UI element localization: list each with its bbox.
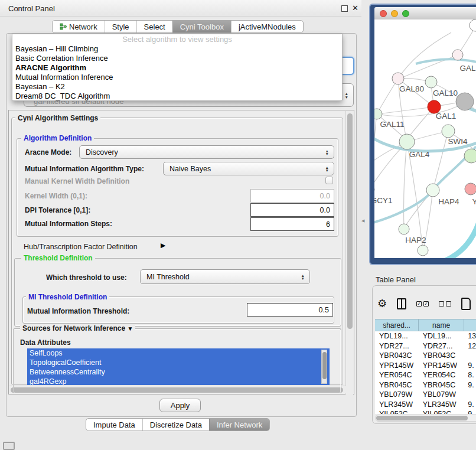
apply-button[interactable]: Apply [159, 399, 201, 412]
network-edge[interactable] [378, 107, 434, 114]
network-node-GAL10[interactable] [425, 76, 437, 88]
tab-select[interactable]: Select [136, 21, 172, 32]
tab-jactivemnodules[interactable]: jActiveMNodules [231, 21, 303, 32]
close-traffic-light-icon[interactable] [380, 10, 387, 17]
table-cell[interactable]: YBL079W [419, 390, 464, 400]
attribute-list-item[interactable]: TopologicalCoefficient [27, 358, 330, 367]
minimize-traffic-light-icon[interactable] [391, 10, 398, 17]
data-attributes-list[interactable]: SelfLoopsTopologicalCoefficientBetweenne… [27, 348, 330, 385]
kernel-width-field[interactable]: 0.0 [250, 189, 334, 203]
network-node-pink-right[interactable] [465, 183, 476, 195]
algorithm-popup-item[interactable]: ARACNE Algorithm [12, 63, 342, 73]
tab-discretize-data[interactable]: Discretize Data [142, 419, 209, 431]
table-cell[interactable]: YIL052C [375, 409, 419, 414]
network-node-HAP2[interactable] [399, 224, 409, 234]
settings-vertical-scrollbar[interactable] [345, 111, 353, 394]
network-edge[interactable] [374, 119, 376, 190]
table-column-header[interactable] [464, 319, 476, 331]
mi-threshold-field[interactable]: 0.5 [247, 303, 333, 317]
network-node-HAP4[interactable] [426, 184, 439, 197]
tab-network[interactable]: Network [53, 21, 105, 32]
network-node-GAL80[interactable] [392, 73, 404, 84]
table-cell[interactable] [464, 351, 476, 361]
table-cell[interactable]: YBR045C [419, 380, 464, 390]
table-row[interactable]: YPR145WYPR145W9. [375, 361, 476, 371]
table-cell[interactable]: YBR043C [419, 351, 464, 361]
table-cell[interactable]: 9. [464, 380, 476, 390]
aracne-mode-combobox[interactable]: Discovery ▲▼ [79, 145, 334, 159]
attribute-list-item[interactable]: BetweennessCentrality [27, 367, 330, 377]
table-cell[interactable]: YDL19... [419, 331, 464, 341]
table-cell[interactable]: YBL079W [375, 390, 419, 400]
network-node-GAL4[interactable] [399, 134, 415, 149]
close-icon[interactable]: ✕ [352, 4, 358, 12]
algorithm-popup-item[interactable]: Basic Correlation Inference [12, 54, 342, 63]
network-edge[interactable] [374, 146, 403, 190]
table-cell[interactable]: YPR145W [419, 361, 464, 371]
table-cell[interactable]: YDR27... [375, 341, 419, 351]
tab-infer-network[interactable]: Infer Network [209, 419, 269, 431]
tab-style[interactable]: Style [105, 21, 136, 32]
which-threshold-combobox[interactable]: MI Threshold ▲▼ [140, 269, 310, 284]
network-edge[interactable] [404, 142, 407, 229]
table-cell[interactable]: YLR345W [375, 400, 419, 410]
network-node-gal-cut[interactable] [452, 50, 463, 60]
table-row[interactable]: YDR27...YDR27...12 [375, 341, 476, 351]
scrollbar-thumb[interactable] [347, 113, 353, 329]
minimized-panel-icon[interactable] [3, 442, 15, 450]
columns-icon[interactable] [397, 298, 406, 309]
collapse-arrow-icon[interactable]: ▼ [127, 325, 133, 332]
mi-type-combobox[interactable]: Naive Bayes ▲▼ [163, 162, 334, 175]
table-column-header[interactable]: shared... [375, 319, 419, 331]
table-row[interactable]: YBR043CYBR043C [375, 351, 476, 361]
select-all-icon[interactable]: ✓✓ [416, 301, 429, 306]
table-cell[interactable]: YER054C [375, 370, 419, 380]
algorithm-popup-item[interactable]: Bayesian – Hill Climbing [12, 44, 342, 54]
table-cell[interactable]: YPR145W [375, 361, 419, 371]
network-node-right-green[interactable] [464, 149, 476, 163]
network-node-gray-node[interactable] [456, 93, 474, 110]
table-cell[interactable]: 8. [464, 370, 476, 380]
tab-cyni-toolbox[interactable]: Cyni Toolbox [172, 21, 231, 32]
algorithm-popup-item[interactable]: Dream8 DC_TDC Algorithm [12, 92, 342, 101]
network-window-titlebar[interactable] [374, 7, 476, 19]
panel-collapse-arrow-icon[interactable]: ◀ [361, 219, 364, 223]
table-cell[interactable]: YBR043C [375, 351, 419, 361]
zoom-traffic-light-icon[interactable] [402, 10, 409, 17]
table-cell[interactable]: 12 [464, 341, 476, 351]
table-cell[interactable]: 9. [464, 361, 476, 371]
table-cell[interactable] [464, 390, 476, 400]
table-cell[interactable]: YLR345W [419, 400, 464, 410]
network-node-bottom-node[interactable] [418, 245, 428, 256]
network-node-GAL11[interactable] [374, 109, 382, 119]
table-row[interactable]: YLR345WYLR345W9. [375, 400, 476, 410]
deselect-all-icon[interactable] [439, 301, 451, 306]
list-vertical-scrollbar[interactable] [321, 350, 327, 384]
table-cell[interactable]: YDL19... [375, 331, 419, 341]
table-horizontal-scrollbar[interactable] [375, 415, 476, 422]
table-cell[interactable]: 9 [464, 409, 476, 414]
table-cell[interactable]: YDR27... [419, 341, 464, 351]
algorithm-popup-item[interactable]: Mutual Information Inference [12, 73, 342, 82]
tab-impute-data[interactable]: Impute Data [86, 419, 142, 431]
scrollbar-thumb[interactable] [376, 416, 468, 420]
scrollbar-thumb[interactable] [322, 352, 327, 379]
mi-steps-field[interactable]: 6 [250, 217, 334, 231]
table-row[interactable]: YDL19...YDL19...13 [375, 331, 476, 341]
table-cell[interactable]: YBR045C [375, 380, 419, 390]
dpi-tolerance-field[interactable]: 0.0 [250, 203, 334, 217]
document-icon[interactable] [461, 298, 471, 310]
table-row[interactable]: YBL079WYBL079W [375, 390, 476, 400]
float-window-icon[interactable] [341, 5, 348, 12]
table-cell[interactable]: YER054C [419, 370, 464, 380]
network-edge[interactable] [442, 214, 476, 258]
network-node-SWI4[interactable] [442, 125, 455, 138]
table-cell[interactable]: YIL052C [419, 409, 464, 414]
network-edge[interactable] [398, 32, 451, 79]
network-canvas[interactable]: GALGAL80GAL10GAL11SWI4GAL4GCY1HAP4YHAP2G… [374, 19, 476, 258]
gear-icon[interactable]: ⚙ [377, 298, 387, 309]
table-column-header[interactable]: name [419, 319, 464, 331]
attribute-list-item[interactable]: SelfLoops [27, 348, 330, 358]
expand-arrow-icon[interactable]: ▶ [161, 242, 165, 249]
table-row[interactable]: YBR045CYBR045C9. [375, 380, 476, 390]
